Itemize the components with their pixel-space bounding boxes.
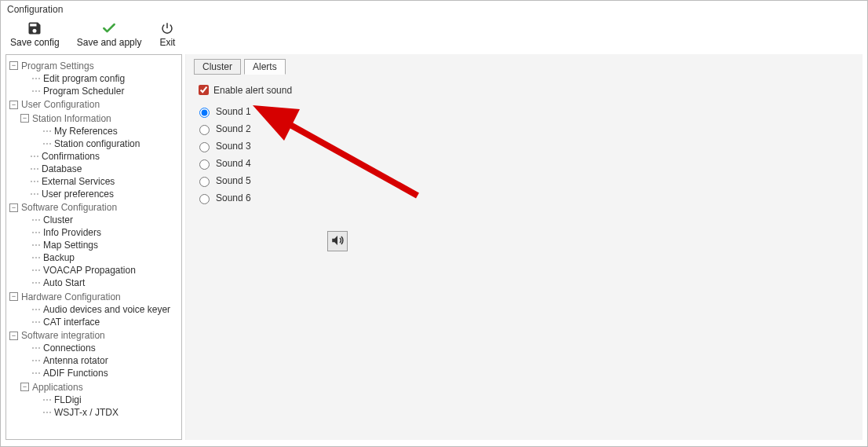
save-config-button[interactable]: Save config	[5, 18, 64, 49]
collapse-icon[interactable]: −	[20, 383, 29, 391]
tab-cluster[interactable]: Cluster	[194, 59, 241, 75]
tree-cluster[interactable]: ⋯Cluster	[30, 214, 75, 226]
sound-1-label: Sound 1	[216, 106, 251, 117]
sound-4-radio[interactable]	[199, 159, 210, 170]
tree-user-configuration[interactable]: −User Configuration	[8, 98, 101, 111]
toolbar: Save config Save and apply Exit	[1, 15, 867, 54]
tab-alerts[interactable]: Alerts	[244, 59, 286, 75]
sound-6-label: Sound 6	[216, 192, 251, 203]
tree-software-configuration[interactable]: −Software Configuration	[8, 201, 119, 214]
tab-strip: Cluster Alerts	[194, 59, 855, 75]
play-sound-button[interactable]	[327, 231, 348, 251]
tree-software-integration[interactable]: −Software integration	[8, 329, 107, 342]
main-pane: Cluster Alerts Enable alert sound Sound …	[185, 54, 863, 440]
collapse-icon[interactable]: −	[9, 61, 18, 70]
sound-1-radio[interactable]	[199, 108, 210, 118]
sound-5-radio[interactable]	[199, 177, 210, 187]
tree-edit-program-config[interactable]: ⋯Edit program config	[30, 72, 126, 85]
tree-vocap-propagation[interactable]: ⋯VOACAP Propagation	[30, 264, 137, 277]
tree-database[interactable]: ⋯Database	[19, 163, 83, 175]
tree-info-providers[interactable]: ⋯Info Providers	[30, 226, 103, 239]
tree-program-settings[interactable]: −Program Settings	[8, 60, 96, 72]
tree-wsjtx[interactable]: ⋯WSJT-x / JTDX	[41, 406, 120, 419]
tree-map-settings[interactable]: ⋯Map Settings	[30, 239, 100, 251]
exit-button[interactable]: Exit	[154, 18, 181, 49]
collapse-icon[interactable]: −	[9, 101, 18, 109]
collapse-icon[interactable]: −	[9, 332, 18, 340]
tree-fldigi[interactable]: ⋯FLDigi	[41, 394, 83, 406]
exit-label: Exit	[159, 37, 175, 48]
tree-auto-start[interactable]: ⋯Auto Start	[30, 277, 86, 289]
tree-connections[interactable]: ⋯Connections	[30, 342, 97, 354]
power-icon	[159, 20, 176, 37]
speaker-icon	[330, 233, 345, 250]
save-config-label: Save config	[10, 37, 60, 48]
tree-external-services[interactable]: ⋯External Services	[19, 175, 116, 188]
tree-cat-interface[interactable]: ⋯CAT interface	[30, 316, 101, 328]
check-icon	[100, 20, 118, 37]
sound-3-radio[interactable]	[199, 142, 210, 152]
tree-audio-devices[interactable]: ⋯Audio devices and voice keyer	[30, 303, 172, 316]
save-and-apply-label: Save and apply	[77, 37, 142, 48]
tree-confirmations[interactable]: ⋯Confirmations	[19, 150, 101, 163]
sound-2-radio[interactable]	[199, 125, 210, 135]
sound-6-radio[interactable]	[199, 194, 210, 204]
window-title: Configuration	[1, 1, 867, 15]
enable-alert-sound-label: Enable alert sound	[213, 85, 292, 96]
sound-3-label: Sound 3	[216, 141, 251, 152]
tree-applications[interactable]: −Applications	[19, 381, 85, 394]
enable-alert-sound-checkbox[interactable]	[199, 85, 209, 95]
collapse-icon[interactable]: −	[20, 114, 29, 123]
tree-station-configuration[interactable]: ⋯Station configuration	[41, 137, 141, 150]
tree-my-references[interactable]: ⋯My References	[41, 125, 119, 137]
config-window: Configuration Save config Save and apply…	[0, 0, 868, 447]
tree-antenna-rotator[interactable]: ⋯Antenna rotator	[30, 354, 110, 367]
collapse-icon[interactable]: −	[9, 292, 18, 301]
nav-tree[interactable]: −Program Settings ⋯Edit program config ⋯…	[5, 54, 182, 440]
tree-hardware-configuration[interactable]: −Hardware Configuration	[8, 291, 122, 303]
sound-4-label: Sound 4	[216, 158, 251, 169]
tree-station-information[interactable]: −Station Information	[19, 112, 113, 125]
tree-user-preferences[interactable]: ⋯User preferences	[19, 188, 115, 200]
tree-program-scheduler[interactable]: ⋯Program Scheduler	[30, 85, 126, 97]
tree-backup[interactable]: ⋯Backup	[30, 251, 76, 264]
collapse-icon[interactable]: −	[9, 203, 18, 212]
save-and-apply-button[interactable]: Save and apply	[72, 18, 147, 49]
floppy-icon	[26, 20, 43, 37]
sound-5-label: Sound 5	[216, 175, 251, 186]
sound-2-label: Sound 2	[216, 123, 251, 134]
tree-adif-functions[interactable]: ⋯ADIF Functions	[30, 367, 110, 379]
